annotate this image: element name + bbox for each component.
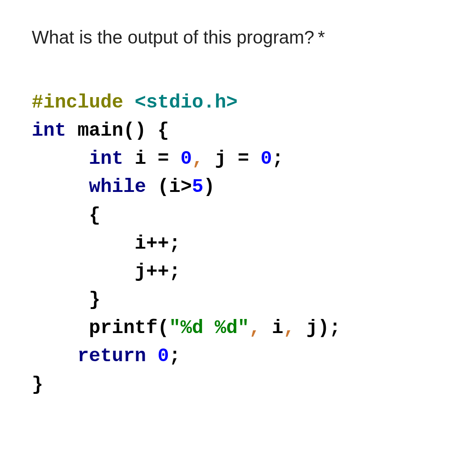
code-line-3: int i = 0, j = 0; [32, 148, 284, 170]
code-line-11: } [32, 374, 43, 396]
code-line-7: j++; [32, 261, 181, 283]
question-label: What is the output of this program? [32, 27, 314, 47]
required-asterisk: * [318, 27, 325, 47]
code-line-10: return 0; [32, 345, 181, 367]
code-line-1: #include <stdio.h> [32, 92, 238, 113]
code-line-6: i++; [32, 233, 181, 255]
question-text: What is the output of this program?* [32, 27, 444, 48]
code-block: #include <stdio.h> int main() { int i = … [32, 88, 444, 399]
code-line-2: int main() { [32, 120, 169, 142]
code-line-8: } [32, 289, 100, 311]
code-line-5: { [32, 205, 100, 226]
code-line-4: while (i>5) [32, 176, 215, 198]
code-line-9: printf("%d %d", i, j); [32, 317, 341, 339]
